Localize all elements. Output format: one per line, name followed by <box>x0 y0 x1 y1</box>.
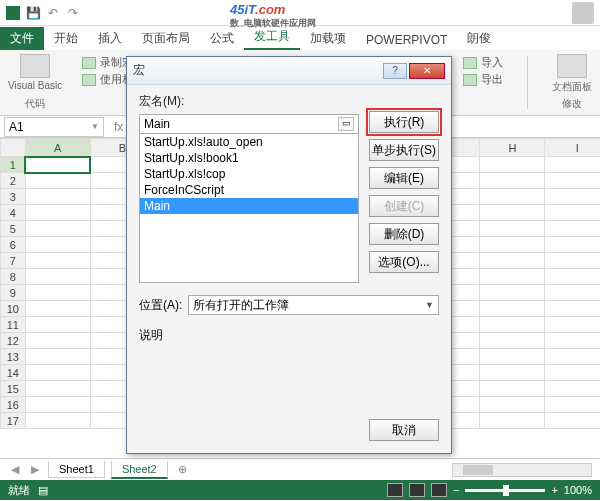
cell[interactable] <box>25 253 90 269</box>
cell[interactable] <box>25 397 90 413</box>
cell[interactable] <box>480 317 545 333</box>
cell[interactable] <box>25 333 90 349</box>
cell[interactable] <box>480 301 545 317</box>
cell[interactable] <box>545 365 600 381</box>
cell[interactable] <box>480 349 545 365</box>
cell[interactable] <box>545 157 600 173</box>
col-header[interactable]: A <box>25 139 90 157</box>
cell[interactable] <box>480 269 545 285</box>
cell[interactable] <box>25 301 90 317</box>
row-header[interactable]: 9 <box>1 285 26 301</box>
cell[interactable] <box>480 285 545 301</box>
sheet-tab-2[interactable]: Sheet2 <box>111 461 168 479</box>
save-icon[interactable]: 💾 <box>26 6 40 20</box>
sheet-tab-1[interactable]: Sheet1 <box>48 461 105 478</box>
close-icon[interactable]: ✕ <box>409 63 445 79</box>
cell[interactable] <box>545 237 600 253</box>
cell[interactable] <box>25 285 90 301</box>
row-header[interactable]: 13 <box>1 349 26 365</box>
name-box[interactable]: A1 ▼ <box>4 117 104 137</box>
cell[interactable] <box>480 173 545 189</box>
tab-user[interactable]: 朗俊 <box>457 27 501 50</box>
cell[interactable] <box>25 317 90 333</box>
cell[interactable] <box>545 173 600 189</box>
row-header[interactable]: 1 <box>1 157 26 173</box>
zoom-in-icon[interactable]: + <box>551 484 557 496</box>
row-header[interactable]: 4 <box>1 205 26 221</box>
cell[interactable] <box>545 301 600 317</box>
macro-list-item[interactable]: Main <box>140 198 358 214</box>
zoom-value[interactable]: 100% <box>564 484 592 496</box>
tab-insert[interactable]: 插入 <box>88 27 132 50</box>
cell[interactable] <box>25 365 90 381</box>
export-btn[interactable]: 导出 <box>463 71 503 88</box>
row-header[interactable]: 14 <box>1 365 26 381</box>
col-header[interactable]: H <box>480 139 545 157</box>
row-header[interactable]: 12 <box>1 333 26 349</box>
view-break-icon[interactable] <box>431 483 447 497</box>
cell[interactable] <box>480 237 545 253</box>
cell[interactable] <box>480 381 545 397</box>
cell[interactable] <box>545 349 600 365</box>
sheet-nav-prev[interactable]: ◀ <box>8 463 22 476</box>
row-header[interactable]: 5 <box>1 221 26 237</box>
cell[interactable] <box>480 205 545 221</box>
step-button[interactable]: 单步执行(S) <box>369 139 439 161</box>
cell[interactable] <box>25 189 90 205</box>
cell[interactable] <box>545 189 600 205</box>
row-header[interactable]: 17 <box>1 413 26 429</box>
add-sheet-button[interactable]: ⊕ <box>174 463 191 476</box>
zoom-out-icon[interactable]: − <box>453 484 459 496</box>
cell[interactable] <box>25 381 90 397</box>
help-icon[interactable]: ? <box>383 63 407 79</box>
cell[interactable] <box>25 157 90 173</box>
cell[interactable] <box>25 221 90 237</box>
horizontal-scrollbar[interactable] <box>452 463 592 477</box>
cell[interactable] <box>25 349 90 365</box>
redo-icon[interactable]: ↷ <box>66 6 80 20</box>
view-normal-icon[interactable] <box>387 483 403 497</box>
cell[interactable] <box>545 205 600 221</box>
view-layout-icon[interactable] <box>409 483 425 497</box>
user-avatar[interactable] <box>572 2 594 24</box>
zoom-slider[interactable] <box>465 489 545 492</box>
tab-addins[interactable]: 加载项 <box>300 27 356 50</box>
macro-list-item[interactable]: StartUp.xls!book1 <box>140 150 358 166</box>
cell[interactable] <box>25 173 90 189</box>
cell[interactable] <box>480 221 545 237</box>
row-header[interactable]: 8 <box>1 269 26 285</box>
cell[interactable] <box>25 413 90 429</box>
row-header[interactable]: 7 <box>1 253 26 269</box>
macro-status-icon[interactable]: ▤ <box>38 484 48 497</box>
cell[interactable] <box>480 253 545 269</box>
cell[interactable] <box>25 205 90 221</box>
group-docpanel[interactable]: 文档面板 修改 <box>552 54 592 111</box>
macro-name-input[interactable]: Main ▭ <box>139 114 359 134</box>
row-header[interactable]: 3 <box>1 189 26 205</box>
cell[interactable] <box>545 221 600 237</box>
cell[interactable] <box>480 397 545 413</box>
location-combobox[interactable]: 所有打开的工作簿 ▼ <box>188 295 439 315</box>
row-header[interactable]: 11 <box>1 317 26 333</box>
undo-icon[interactable]: ↶ <box>46 6 60 20</box>
cell[interactable] <box>545 317 600 333</box>
cancel-button[interactable]: 取消 <box>369 419 439 441</box>
cell[interactable] <box>545 253 600 269</box>
select-all-corner[interactable] <box>1 139 26 157</box>
edit-button[interactable]: 编辑(E) <box>369 167 439 189</box>
tab-powerpivot[interactable]: POWERPIVOT <box>356 30 457 50</box>
macro-list-item[interactable]: StartUp.xls!auto_open <box>140 134 358 150</box>
cell[interactable] <box>545 285 600 301</box>
row-header[interactable]: 2 <box>1 173 26 189</box>
macro-list-item[interactable]: StartUp.xls!cop <box>140 166 358 182</box>
chevron-down-icon[interactable]: ▼ <box>425 300 434 310</box>
import-btn[interactable]: 导入 <box>463 54 503 71</box>
cell[interactable] <box>25 237 90 253</box>
cell[interactable] <box>480 365 545 381</box>
cell[interactable] <box>545 269 600 285</box>
cell[interactable] <box>480 189 545 205</box>
dialog-titlebar[interactable]: 宏 ? ✕ <box>127 57 451 85</box>
run-button[interactable]: 执行(R) <box>369 111 439 133</box>
cell[interactable] <box>480 333 545 349</box>
sheet-nav-next[interactable]: ▶ <box>28 463 42 476</box>
